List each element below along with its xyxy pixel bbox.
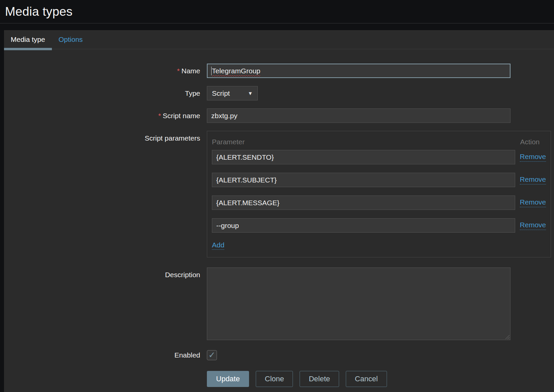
form-buttons-row: Update Clone Delete Cancel bbox=[4, 371, 554, 387]
script-name-row: *Script name zbxtg.py bbox=[4, 108, 554, 123]
required-asterisk: * bbox=[177, 67, 180, 75]
add-parameter-link[interactable]: Add bbox=[212, 241, 224, 250]
cancel-button[interactable]: Cancel bbox=[346, 371, 387, 387]
parameter-input-value: --group bbox=[216, 222, 239, 230]
clone-button[interactable]: Clone bbox=[256, 371, 293, 387]
action-column-header: Action bbox=[520, 138, 540, 146]
required-asterisk: * bbox=[158, 112, 161, 120]
tab-media-type-label: Media type bbox=[11, 35, 45, 44]
parameters-header-row: Parameter Action bbox=[212, 135, 546, 149]
parameter-row: {ALERT.SUBJECT} Remove bbox=[212, 173, 546, 187]
type-field-wrap: Script ▼ bbox=[207, 86, 258, 100]
description-label: Description bbox=[4, 267, 200, 279]
update-button[interactable]: Update bbox=[207, 371, 249, 387]
remove-parameter-link[interactable]: Remove bbox=[520, 198, 546, 207]
remove-parameter-link[interactable]: Remove bbox=[520, 221, 546, 230]
header-spacer bbox=[0, 23, 554, 30]
name-field-wrap: TelegramGroup bbox=[207, 64, 510, 78]
parameter-row: {ALERT.MESSAGE} Remove bbox=[212, 195, 546, 210]
description-field-wrap bbox=[207, 267, 510, 340]
page-title: Media types bbox=[5, 5, 554, 19]
name-row: *Name TelegramGroup bbox=[4, 64, 554, 78]
page-header: Media types bbox=[0, 0, 554, 23]
script-name-input-value: zbxtg.py bbox=[211, 112, 237, 120]
script-parameters-field-wrap: Parameter Action {ALERT.SENDTO} Remove {… bbox=[207, 131, 551, 257]
tab-options-label: Options bbox=[59, 35, 83, 44]
enabled-checkbox[interactable]: ✓ bbox=[207, 350, 217, 360]
checkmark-icon: ✓ bbox=[209, 351, 216, 359]
parameter-row: {ALERT.SENDTO} Remove bbox=[212, 150, 546, 164]
description-row: Description bbox=[4, 267, 554, 340]
script-name-input[interactable]: zbxtg.py bbox=[207, 108, 510, 123]
script-parameters-row: Script parameters Parameter Action {ALER… bbox=[4, 131, 554, 257]
name-label: *Name bbox=[4, 67, 200, 75]
tab-media-type[interactable]: Media type bbox=[4, 30, 52, 49]
name-input[interactable]: TelegramGroup bbox=[207, 64, 510, 78]
enabled-row: Enabled ✓ bbox=[4, 350, 554, 360]
parameter-input-value: {ALERT.MESSAGE} bbox=[216, 199, 280, 207]
parameter-column-header: Parameter bbox=[212, 138, 245, 146]
parameter-input-value: {ALERT.SENDTO} bbox=[216, 153, 274, 161]
tab-options[interactable]: Options bbox=[52, 30, 89, 49]
add-parameter-wrap: Add bbox=[212, 241, 546, 249]
type-row: Type Script ▼ bbox=[4, 86, 554, 100]
tabbar: Media type Options bbox=[4, 30, 554, 49]
media-type-form-panel: Media type Options *Name TelegramGroup bbox=[4, 30, 554, 392]
type-label: Type bbox=[4, 89, 200, 97]
parameter-input-value: {ALERT.SUBJECT} bbox=[216, 176, 277, 184]
script-name-label: *Script name bbox=[4, 112, 200, 120]
media-type-form: *Name TelegramGroup Type Script ▼ bbox=[4, 49, 554, 387]
media-types-page: Media types Media type Options *Name Tel… bbox=[0, 0, 554, 392]
type-select[interactable]: Script ▼ bbox=[207, 86, 258, 100]
script-parameters-table: Parameter Action {ALERT.SENDTO} Remove {… bbox=[207, 131, 551, 257]
parameter-input[interactable]: {ALERT.SUBJECT} bbox=[212, 173, 515, 187]
type-select-value: Script bbox=[212, 89, 230, 97]
name-input-value: TelegramGroup bbox=[212, 67, 260, 75]
buttons-group: Update Clone Delete Cancel bbox=[207, 371, 387, 387]
delete-button[interactable]: Delete bbox=[300, 371, 339, 387]
parameter-input[interactable]: {ALERT.MESSAGE} bbox=[212, 195, 515, 210]
chevron-down-icon: ▼ bbox=[248, 90, 253, 96]
parameter-row: --group Remove bbox=[212, 218, 546, 233]
parameter-input[interactable]: {ALERT.SENDTO} bbox=[212, 150, 515, 164]
remove-parameter-link[interactable]: Remove bbox=[520, 153, 546, 162]
description-textarea[interactable] bbox=[207, 267, 510, 340]
script-name-field-wrap: zbxtg.py bbox=[207, 108, 510, 123]
remove-parameter-link[interactable]: Remove bbox=[520, 175, 546, 184]
script-parameters-label: Script parameters bbox=[4, 131, 200, 142]
text-caret bbox=[211, 67, 212, 75]
enabled-label: Enabled bbox=[4, 351, 200, 359]
parameter-input[interactable]: --group bbox=[212, 218, 515, 233]
enabled-field-wrap: ✓ bbox=[207, 350, 217, 360]
